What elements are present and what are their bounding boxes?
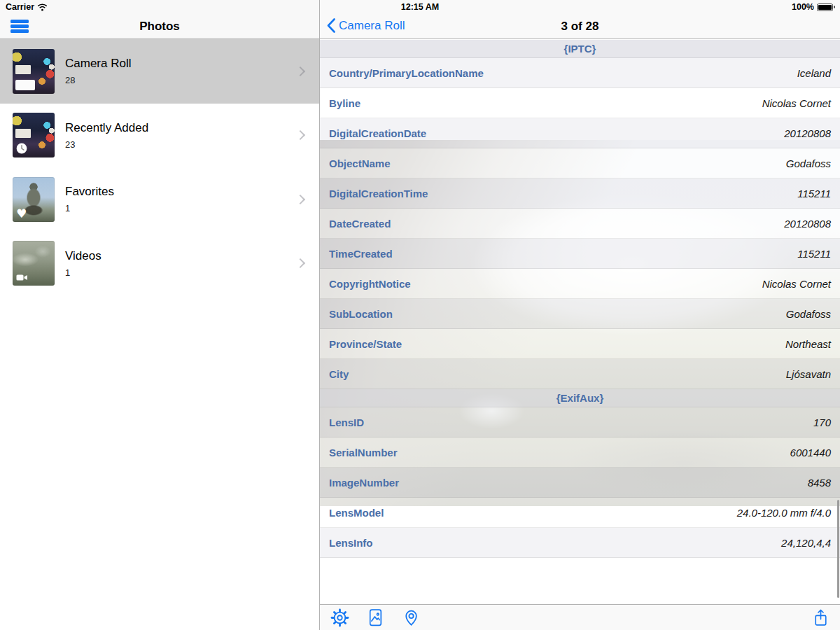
sidebar-title: Photos bbox=[0, 20, 319, 34]
metadata-value: Godafoss bbox=[786, 158, 831, 169]
metadata-value: 20120808 bbox=[784, 127, 831, 139]
share-icon bbox=[812, 608, 830, 627]
photo-metadata-app: Carrier 12:15 AM 100% Photos Camera Roll… bbox=[0, 0, 840, 630]
scrollbar-thumb[interactable] bbox=[837, 500, 839, 598]
metadata-key: City bbox=[329, 368, 349, 380]
battery-icon bbox=[817, 4, 833, 11]
metadata-value: 8458 bbox=[808, 477, 831, 489]
metadata-key: SerialNumber bbox=[329, 447, 398, 458]
metadata-value: Nicolas Cornet bbox=[762, 278, 831, 290]
album-count: 28 bbox=[65, 75, 131, 85]
heart-badge-icon: ♥ bbox=[16, 209, 27, 218]
album-count: 1 bbox=[65, 203, 114, 214]
metadata-key: ImageNumber bbox=[329, 477, 399, 489]
location-icon bbox=[402, 608, 420, 627]
chevron-right-icon bbox=[295, 195, 305, 204]
metadata-key: SubLocation bbox=[329, 308, 393, 320]
metadata-key: Country/PrimaryLocationName bbox=[329, 67, 484, 79]
share-button[interactable] bbox=[811, 608, 830, 627]
section-header--iptc-: {IPTC} bbox=[320, 40, 840, 58]
metadata-value: 20120808 bbox=[784, 218, 831, 230]
album-item-recently-added[interactable]: Recently Added23 bbox=[0, 104, 319, 168]
metadata-table: {IPTC}Country/PrimaryLocationNameIceland… bbox=[320, 40, 840, 558]
metadata-row-serialnumber: SerialNumber6001440 bbox=[320, 438, 840, 468]
metadata-value: 6001440 bbox=[790, 447, 831, 458]
albums-sidebar: Photos Camera Roll28Recently Added23♥Fav… bbox=[0, 0, 320, 630]
album-item-camera-roll[interactable]: Camera Roll28 bbox=[0, 39, 319, 104]
metadata-row-province-state: Province/StateNortheast bbox=[320, 329, 840, 359]
metadata-key: TimeCreated bbox=[329, 248, 393, 260]
metadata-value: 115211 bbox=[797, 188, 831, 200]
album-thumbnail bbox=[13, 49, 55, 94]
metadata-value: Godafoss bbox=[786, 308, 831, 320]
metadata-key: DigitalCreationDate bbox=[329, 127, 426, 139]
metadata-value: 24,120,4,4 bbox=[781, 537, 831, 549]
battery-percent: 100% bbox=[792, 2, 814, 12]
metadata-key: CopyrightNotice bbox=[329, 278, 411, 290]
metadata-key: LensID bbox=[329, 416, 364, 428]
settings-icon bbox=[330, 608, 349, 627]
album-list: Camera Roll28Recently Added23♥Favorites1… bbox=[0, 39, 319, 295]
chevron-right-icon bbox=[295, 130, 305, 140]
album-name: Videos bbox=[65, 249, 102, 263]
chevron-right-icon bbox=[295, 66, 305, 76]
album-name: Recently Added bbox=[65, 121, 148, 135]
status-time: 12:15 AM bbox=[0, 2, 840, 12]
metadata-row-lensinfo: LensInfo24,120,4,4 bbox=[320, 528, 840, 558]
metadata-value: 170 bbox=[813, 416, 831, 428]
detail-panel: Camera Roll 3 of 28 {IPTC}Country/Primar… bbox=[320, 0, 840, 630]
metadata-row-timecreated: TimeCreated115211 bbox=[320, 239, 840, 269]
metadata-row-country-primarylocationname: Country/PrimaryLocationNameIceland bbox=[320, 58, 840, 88]
section-header--exifaux-: {ExifAux} bbox=[320, 389, 840, 407]
metadata-row-imagenumber: ImageNumber8458 bbox=[320, 468, 840, 498]
metadata-row-objectname: ObjectNameGodafoss bbox=[320, 148, 840, 178]
metadata-value: 24.0-120.0 mm f/4.0 bbox=[737, 507, 831, 519]
photo-index-title: 3 of 28 bbox=[320, 20, 840, 34]
metadata-value: Northeast bbox=[785, 338, 831, 350]
metadata-key: LensInfo bbox=[329, 537, 373, 549]
album-thumbnail bbox=[13, 113, 55, 158]
metadata-row-digitalcreationtime: DigitalCreationTime115211 bbox=[320, 178, 840, 209]
metadata-key: DigitalCreationTime bbox=[329, 188, 428, 200]
album-item-videos[interactable]: Videos1 bbox=[0, 232, 319, 296]
album-thumbnail bbox=[13, 241, 55, 286]
image-button[interactable] bbox=[365, 608, 385, 627]
metadata-key: Province/State bbox=[329, 338, 402, 350]
album-count: 1 bbox=[65, 267, 102, 278]
chevron-right-icon bbox=[295, 258, 305, 268]
metadata-row-lensid: LensID170 bbox=[320, 407, 840, 438]
metadata-value: Iceland bbox=[797, 67, 831, 79]
album-name: Camera Roll bbox=[65, 57, 131, 71]
video-badge-icon bbox=[16, 273, 28, 282]
album-count: 23 bbox=[65, 139, 148, 150]
album-item-favorites[interactable]: ♥Favorites1 bbox=[0, 167, 319, 232]
album-thumbnail: ♥ bbox=[13, 177, 55, 222]
metadata-row-datecreated: DateCreated20120808 bbox=[320, 209, 840, 239]
metadata-row-lensmodel: LensModel24.0-120.0 mm f/4.0 bbox=[320, 498, 840, 528]
metadata-row-copyrightnotice: CopyrightNoticeNicolas Cornet bbox=[320, 269, 840, 299]
metadata-key: Byline bbox=[329, 97, 360, 109]
metadata-value: Ljósavatn bbox=[786, 368, 831, 380]
image-icon bbox=[367, 608, 384, 627]
metadata-row-sublocation: SubLocationGodafoss bbox=[320, 299, 840, 329]
status-bar: Carrier 12:15 AM 100% bbox=[0, 0, 840, 14]
metadata-row-byline: BylineNicolas Cornet bbox=[320, 88, 840, 118]
metadata-value: 115211 bbox=[797, 248, 831, 260]
clock-badge-icon bbox=[16, 143, 27, 154]
battery-status: 100% bbox=[792, 2, 835, 12]
metadata-key: DateCreated bbox=[329, 218, 391, 230]
album-name: Favorites bbox=[65, 185, 114, 199]
metadata-key: ObjectName bbox=[329, 158, 391, 169]
location-button[interactable] bbox=[401, 608, 421, 627]
metadata-key: LensModel bbox=[329, 507, 384, 519]
settings-button[interactable] bbox=[330, 608, 349, 627]
bottom-toolbar bbox=[320, 604, 840, 630]
metadata-row-digitalcreationdate: DigitalCreationDate20120808 bbox=[320, 118, 840, 148]
metadata-row-city: CityLjósavatn bbox=[320, 359, 840, 389]
metadata-value: Nicolas Cornet bbox=[762, 97, 831, 109]
